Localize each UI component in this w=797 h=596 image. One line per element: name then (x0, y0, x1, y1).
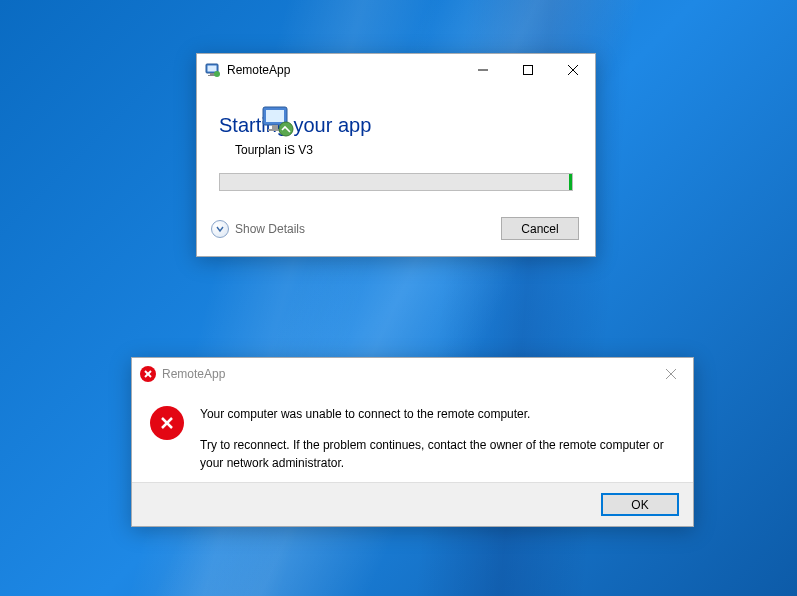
dialog-title: RemoteApp (227, 63, 290, 77)
remoteapp-icon (205, 62, 221, 78)
error-message: Your computer was unable to connect to t… (200, 406, 673, 472)
cancel-button[interactable]: Cancel (501, 217, 579, 240)
close-button[interactable] (648, 359, 693, 389)
error-line1: Your computer was unable to connect to t… (200, 406, 673, 423)
titlebar[interactable]: RemoteApp (132, 358, 693, 390)
chevron-down-icon (211, 220, 229, 238)
svg-rect-6 (523, 66, 532, 75)
close-button[interactable] (550, 55, 595, 85)
maximize-button[interactable] (505, 55, 550, 85)
remoteapp-large-icon (261, 104, 295, 141)
progress-bar (219, 173, 573, 191)
svg-rect-2 (210, 73, 214, 75)
minimize-button[interactable] (460, 55, 505, 85)
svg-rect-10 (266, 110, 284, 122)
remoteapp-starting-dialog: RemoteApp Starting your app Tourplan iS … (196, 53, 596, 257)
svg-point-4 (214, 71, 220, 77)
remoteapp-error-dialog: RemoteApp Your computer was unable to co… (131, 357, 694, 527)
ok-button[interactable]: OK (601, 493, 679, 516)
app-name-label: Tourplan iS V3 (235, 143, 573, 157)
show-details-label: Show Details (235, 222, 305, 236)
error-icon (140, 366, 156, 382)
dialog-title: RemoteApp (162, 367, 225, 381)
error-large-icon (150, 406, 184, 440)
svg-rect-1 (208, 66, 217, 72)
svg-rect-11 (272, 125, 278, 129)
show-details-toggle[interactable]: Show Details (211, 220, 305, 238)
titlebar[interactable]: RemoteApp (197, 54, 595, 86)
error-line2: Try to reconnect. If the problem continu… (200, 437, 673, 472)
progress-fill (569, 174, 572, 190)
